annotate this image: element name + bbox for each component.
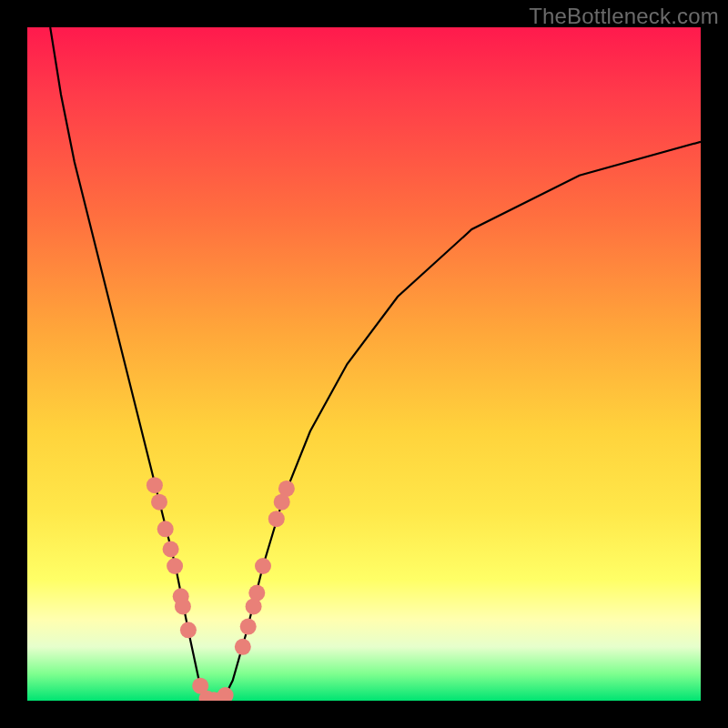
curve-marker xyxy=(235,639,251,655)
curve-marker xyxy=(180,622,197,638)
curve-marker xyxy=(248,585,265,602)
curve-marker xyxy=(163,541,179,558)
curve-marker xyxy=(255,558,271,574)
curve-marker xyxy=(175,598,191,614)
watermark-text: TheBottleneck.com xyxy=(529,4,719,29)
curve-marker xyxy=(217,687,234,701)
curve-marker xyxy=(167,558,183,574)
curve-marker xyxy=(278,480,295,497)
curve-marker xyxy=(240,619,257,635)
bottleneck-curve xyxy=(50,27,701,701)
curve-marker xyxy=(157,521,174,537)
curve-marker xyxy=(151,494,167,511)
curve-markers xyxy=(147,477,295,701)
curve-marker xyxy=(147,477,163,493)
chart-plot-area xyxy=(27,27,701,701)
chart-frame: TheBottleneck.com xyxy=(0,0,728,728)
curve-marker xyxy=(268,511,285,527)
bottleneck-curve-svg xyxy=(27,27,701,701)
